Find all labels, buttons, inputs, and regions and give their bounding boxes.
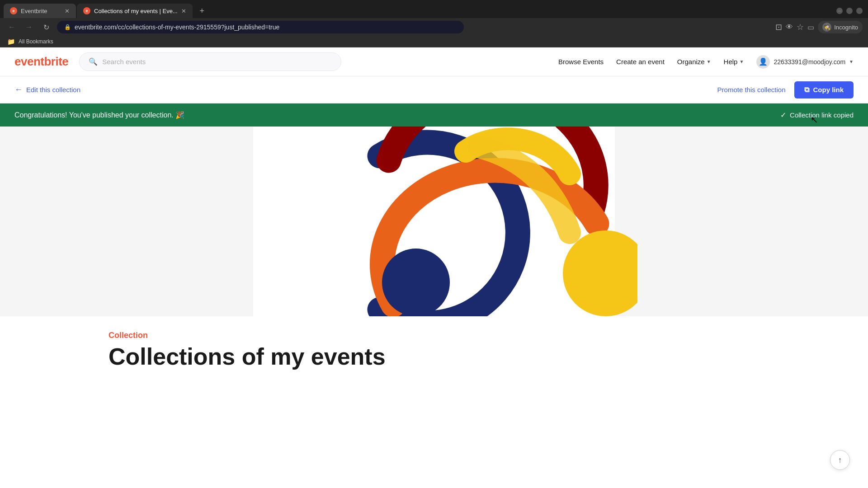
share-icon: ↑ (838, 455, 842, 465)
address-url: eventbrite.com/cc/collections-of-my-even… (75, 23, 279, 31)
copy-link-button[interactable]: ⧉ Copy link (794, 81, 854, 99)
browser-tabs-row: e Eventbrite ✕ e Collections of my event… (0, 0, 868, 18)
refresh-button[interactable]: ↻ (40, 21, 52, 33)
address-bar[interactable]: 🔒 eventbrite.com/cc/collections-of-my-ev… (57, 21, 464, 33)
tab-close-1[interactable]: ✕ (65, 8, 70, 14)
success-message: Congratulations! You've published your c… (14, 111, 184, 119)
organize-arrow-icon: ▼ (707, 59, 711, 64)
back-arrow-icon: ← (14, 85, 23, 94)
main-nav: Browse Events Create an event Organize ▼… (558, 55, 854, 69)
minimize-button[interactable]: ─ (836, 8, 843, 14)
hero-logo-svg (231, 127, 637, 316)
collection-title: Collections of my events (108, 344, 760, 370)
help-dropdown[interactable]: Help ▼ (724, 58, 744, 66)
bookmark-star-icon[interactable]: ☆ (797, 22, 804, 32)
tab-label-2: Collections of my events | Eve... (94, 8, 178, 14)
hide-previews-icon: 👁 (786, 23, 793, 31)
link-copied-label: Collection link copied (790, 111, 854, 119)
user-email-label: 22633391@moodjoy.com (774, 58, 845, 66)
extensions-icon: ⊡ (775, 22, 782, 32)
create-event-link[interactable]: Create an event (616, 58, 665, 66)
tab-favicon-2: e (83, 7, 90, 14)
eventbrite-app: eventbrite 🔍 Search events Browse Events… (0, 47, 868, 384)
browser-actions-right: ⊡ 👁 ☆ ▭ 🕵 Incognito (775, 21, 863, 33)
browser-tab-eventbrite[interactable]: e Eventbrite ✕ (4, 4, 76, 18)
edit-collection-label: Edit this collection (26, 86, 80, 94)
browse-events-link[interactable]: Browse Events (558, 58, 604, 66)
bookmarks-folder-icon: 📁 (7, 38, 15, 45)
search-placeholder: Search events (102, 58, 146, 66)
copy-link-icon: ⧉ (804, 86, 809, 94)
browser-tab-collections[interactable]: e Collections of my events | Eve... ✕ (77, 4, 193, 18)
share-button[interactable]: ↑ (830, 450, 850, 470)
organize-dropdown[interactable]: Organize ▼ (677, 58, 711, 66)
success-banner: Congratulations! You've published your c… (0, 103, 868, 127)
edit-collection-link[interactable]: ← Edit this collection (14, 85, 80, 94)
check-icon: ✓ (780, 111, 786, 119)
collection-action-bar: ← Edit this collection Promote this coll… (0, 76, 868, 103)
user-avatar-icon: 👤 (756, 55, 770, 69)
back-button[interactable]: ← (5, 21, 18, 33)
edit-collection-section: ← Edit this collection (14, 85, 80, 94)
bookmarks-bar: 📁 All Bookmarks (0, 36, 868, 47)
incognito-icon: 🕵 (822, 23, 831, 32)
promote-collection-link[interactable]: Promote this collection (717, 86, 786, 94)
organize-label: Organize (677, 58, 705, 66)
main-header: eventbrite 🔍 Search events Browse Events… (0, 47, 868, 76)
copy-link-label: Copy link (813, 86, 844, 94)
page-content: Collection Collections of my events (0, 316, 868, 384)
hero-image-area (0, 127, 868, 316)
forward-button[interactable]: → (23, 21, 35, 33)
link-copied-indicator: ✓ Collection link copied (780, 111, 854, 119)
tab-close-2[interactable]: ✕ (181, 8, 186, 14)
user-dropdown-arrow-icon: ▼ (849, 59, 854, 64)
reading-mode-icon[interactable]: ▭ (807, 23, 814, 32)
new-tab-button[interactable]: + (195, 4, 209, 18)
window-controls: ─ (836, 8, 864, 14)
svg-point-1 (382, 249, 450, 316)
address-bar-row: ← → ↻ 🔒 eventbrite.com/cc/collections-of… (0, 18, 868, 36)
search-icon: 🔍 (89, 57, 98, 66)
tab-label-1: Eventbrite (21, 8, 47, 14)
browser-chrome: e Eventbrite ✕ e Collections of my event… (0, 0, 868, 47)
help-label: Help (724, 58, 738, 66)
all-bookmarks-label[interactable]: All Bookmarks (19, 38, 53, 45)
search-bar[interactable]: 🔍 Search events (79, 52, 341, 71)
eventbrite-logo[interactable]: eventbrite (14, 55, 68, 69)
close-window-button[interactable] (856, 8, 863, 14)
help-arrow-icon: ▼ (739, 59, 744, 64)
lock-icon: 🔒 (64, 24, 71, 30)
logo-text: eventbrite (14, 55, 68, 68)
tab-favicon-1: e (10, 7, 17, 14)
collection-right-actions: Promote this collection ⧉ Copy link (717, 81, 854, 99)
collection-label: Collection (108, 331, 760, 340)
user-section[interactable]: 👤 22633391@moodjoy.com ▼ (756, 55, 854, 69)
incognito-indicator: 🕵 Incognito (818, 21, 863, 33)
maximize-button[interactable] (846, 8, 853, 14)
